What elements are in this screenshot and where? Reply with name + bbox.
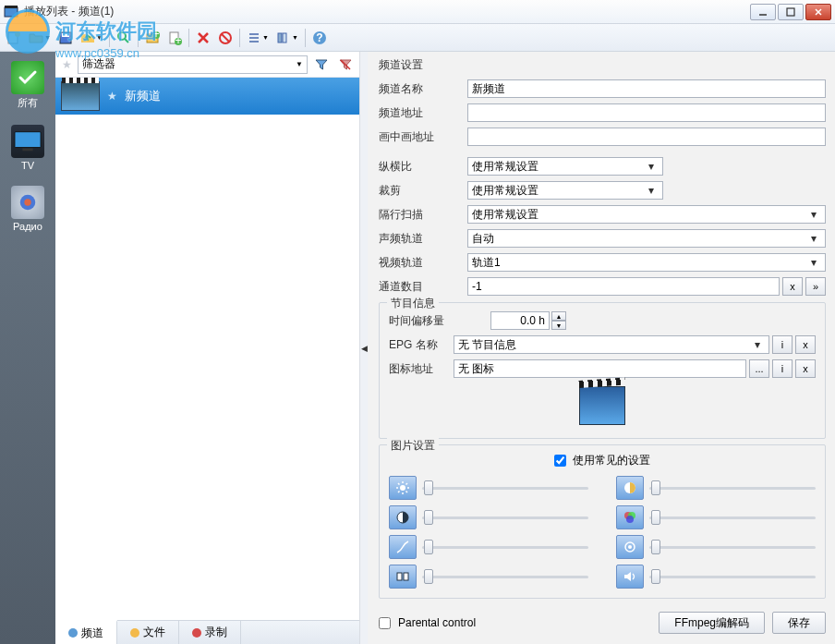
toolbar-help-icon[interactable]: ?	[309, 28, 330, 48]
toolbar-columns-icon[interactable]: ▼	[273, 28, 301, 48]
svg-point-32	[24, 199, 30, 205]
filter-select[interactable]: 筛选器 ▼	[78, 55, 308, 74]
toolbar-new-icon[interactable]	[4, 28, 24, 48]
pip-label: 画中画地址	[379, 129, 467, 145]
splitter-handle[interactable]: ◀	[360, 52, 368, 644]
tab-file[interactable]: 文件	[117, 621, 179, 645]
toolbar-add-icon[interactable]: +	[142, 28, 163, 48]
svg-rect-51	[404, 573, 408, 580]
brightness-icon[interactable]	[389, 476, 417, 500]
toolbar-delete-icon[interactable]	[193, 28, 213, 48]
iconaddr-browse-button[interactable]: ...	[749, 359, 769, 378]
toolbar: ▼ ▼ + + ▼ ▼ ?	[0, 24, 835, 52]
parental-checkbox[interactable]	[379, 617, 391, 629]
volume-slider[interactable]	[649, 567, 816, 586]
saturation-slider[interactable]	[649, 508, 816, 527]
picture-legend: 图片设置	[387, 438, 439, 454]
epg-input[interactable]	[458, 336, 750, 353]
channelnum-input[interactable]	[467, 277, 780, 296]
contrast-slider[interactable]	[422, 508, 588, 527]
epg-info-button[interactable]: i	[772, 335, 793, 354]
volume-icon[interactable]	[616, 565, 644, 589]
audio-select[interactable]: 自动▾	[467, 229, 826, 248]
close-button[interactable]	[805, 4, 831, 20]
toolbar-open-icon[interactable]: ▼	[26, 28, 54, 48]
aspect-select[interactable]: 使用常规设置▾	[467, 157, 663, 176]
window-title: 播放列表 - 频道(1)	[24, 4, 750, 19]
toolbar-save-icon[interactable]	[55, 28, 76, 48]
epg-clear-button[interactable]: x	[795, 335, 816, 354]
app-icon	[4, 5, 18, 19]
filter-clear-icon[interactable]	[335, 55, 356, 75]
svg-rect-30	[22, 149, 32, 152]
channelnum-clear-button[interactable]: x	[782, 277, 803, 296]
svg-point-47	[626, 516, 634, 523]
hue-slider[interactable]	[649, 479, 816, 497]
toolbar-list-icon[interactable]: ▼	[244, 28, 272, 48]
category-radio[interactable]: Радио	[6, 182, 50, 236]
name-input[interactable]	[467, 79, 826, 98]
gamma-icon[interactable]	[389, 535, 417, 559]
address-label: 频道地址	[379, 105, 467, 121]
offset-down-button[interactable]: ▼	[551, 321, 566, 330]
channel-star-icon[interactable]: ★	[107, 90, 117, 103]
saturation-icon[interactable]	[616, 505, 644, 529]
tab-channel[interactable]: 频道	[55, 620, 117, 644]
svg-point-34	[400, 485, 405, 491]
zoom-slider[interactable]	[422, 567, 588, 586]
zoom-icon[interactable]	[389, 565, 417, 589]
ffmpeg-button[interactable]: FFmpeg编解码	[659, 612, 765, 634]
toolbar-addfile-icon[interactable]: +	[164, 28, 185, 48]
channel-name: 新频道	[125, 88, 161, 104]
category-tv[interactable]: TV	[6, 121, 50, 175]
svg-line-41	[398, 492, 400, 493]
bottom-tabs: 频道 文件 录制	[55, 620, 359, 644]
brightness-slider[interactable]	[422, 479, 588, 497]
use-common-checkbox[interactable]	[554, 455, 566, 467]
toolbar-search-icon[interactable]	[114, 28, 134, 48]
iconaddr-clear-button[interactable]: x	[795, 359, 816, 378]
offset-up-button[interactable]: ▲	[551, 311, 566, 321]
category-radio-label: Радио	[13, 221, 42, 232]
svg-rect-9	[62, 33, 69, 37]
pip-input[interactable]	[467, 128, 826, 146]
crop-select[interactable]: 使用常规设置▾	[467, 181, 663, 200]
channelnum-next-button[interactable]: »	[805, 277, 826, 296]
tab-record[interactable]: 录制	[179, 621, 241, 645]
picture-fieldset: 图片设置 使用常见的设置	[379, 444, 826, 599]
toolbar-block-icon[interactable]	[215, 28, 236, 48]
category-all-label: 所有	[18, 96, 38, 110]
svg-point-7	[15, 31, 20, 37]
svg-text:+: +	[152, 30, 159, 41]
sharpness-slider[interactable]	[649, 538, 816, 556]
video-select[interactable]: 轨道1▾	[467, 253, 826, 272]
svg-rect-26	[283, 33, 286, 43]
svg-line-40	[406, 492, 408, 493]
save-button[interactable]: 保存	[772, 612, 826, 634]
svg-line-21	[222, 34, 229, 42]
offset-input[interactable]	[490, 311, 550, 330]
epg-combo[interactable]: ▾	[454, 335, 769, 354]
svg-point-49	[628, 545, 632, 549]
maximize-button[interactable]	[778, 4, 804, 20]
svg-rect-50	[397, 573, 402, 580]
svg-line-11	[125, 39, 128, 43]
contrast-icon[interactable]	[389, 505, 417, 529]
offset-spinner[interactable]: ▲▼	[490, 311, 566, 330]
iconaddr-input[interactable]	[454, 359, 746, 378]
channel-list[interactable]: ★ 新频道	[55, 78, 359, 620]
hue-icon[interactable]	[616, 476, 644, 500]
minimize-button[interactable]	[750, 4, 776, 20]
channel-row[interactable]: ★ 新频道	[55, 78, 359, 115]
address-input[interactable]	[467, 103, 826, 122]
crop-label: 裁剪	[379, 183, 467, 199]
sharpness-icon[interactable]	[616, 535, 644, 559]
parental-label: Parental control	[398, 616, 476, 629]
category-all[interactable]: 所有	[6, 57, 50, 114]
star-icon: ★	[59, 58, 74, 71]
toolbar-export-icon[interactable]: ▼	[78, 28, 105, 48]
deinterlace-select[interactable]: 使用常规设置▾	[467, 205, 826, 224]
iconaddr-info-button[interactable]: i	[772, 359, 793, 378]
filter-funnel-icon[interactable]	[311, 55, 332, 75]
gamma-slider[interactable]	[422, 538, 588, 556]
